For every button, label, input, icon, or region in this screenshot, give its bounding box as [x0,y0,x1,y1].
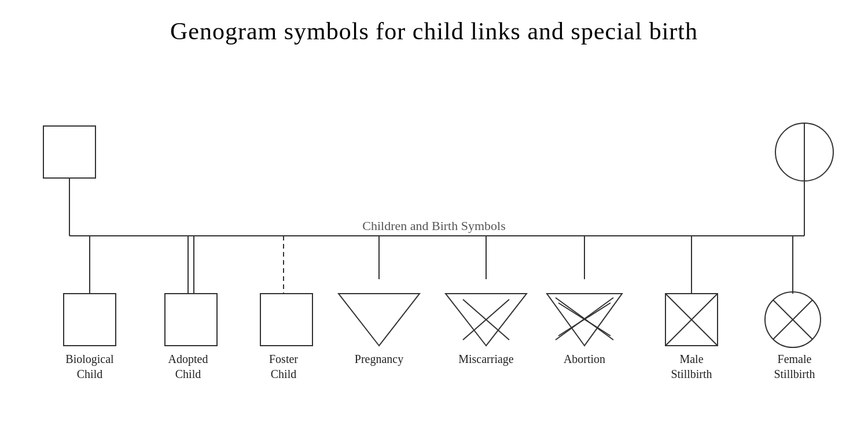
adopted-child-symbol [165,294,217,346]
abortion-label: Abortion [553,351,616,366]
foster-child-symbol [260,294,312,346]
pregnancy-label: Pregnancy [341,351,417,366]
parent-male-symbol [43,126,95,178]
page-title: Genogram symbols for child links and spe… [0,0,868,45]
diagram-svg: Children and Birth Symbols [0,51,868,409]
biological-child-symbol [64,294,116,346]
miscarriage-label: Miscarriage [448,351,524,366]
foster-child-label: FosterChild [246,351,321,381]
male-stillbirth-label: MaleStillbirth [654,351,729,381]
diagram-container: Children and Birth Symbols [0,51,868,409]
biological-child-label: BiologicalChild [52,351,127,381]
female-stillbirth-label: FemaleStillbirth [757,351,832,381]
pregnancy-symbol [339,294,420,346]
adopted-child-label: AdoptedChild [150,351,226,381]
section-label: Children and Birth Symbols [362,218,506,233]
